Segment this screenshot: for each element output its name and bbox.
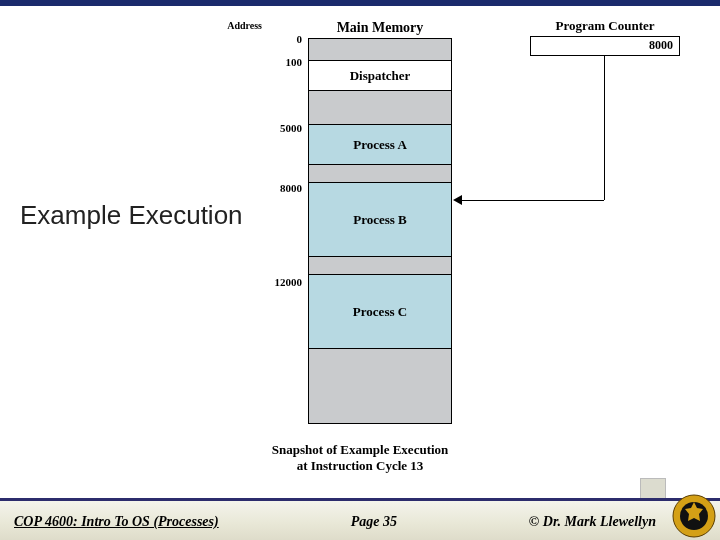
memory-segment-gap <box>309 39 451 61</box>
footer-author: © Dr. Mark Llewellyn <box>529 514 656 530</box>
memory-title: Main Memory <box>308 20 452 36</box>
memory-segment-process-c: Process C <box>309 275 451 349</box>
address-label: 100 <box>252 56 302 68</box>
address-label: 5000 <box>252 122 302 134</box>
footer-course: COP 4600: Intro To OS (Processes) <box>14 514 219 530</box>
diagram-caption: Snapshot of Example Execution at Instruc… <box>0 442 720 475</box>
address-label: 12000 <box>252 276 302 288</box>
memory-segment-label: Process C <box>353 304 407 320</box>
footer-page: Page 35 <box>219 514 529 530</box>
memory-segment-gap <box>309 165 451 183</box>
memory-segment-process-b: Process B <box>309 183 451 257</box>
memory-segment-dispatcher: Dispatcher <box>309 61 451 91</box>
memory-segment-gap <box>309 257 451 275</box>
address-label: 0 <box>252 33 302 45</box>
program-counter: Program Counter 8000 <box>530 18 680 56</box>
address-label: 8000 <box>252 182 302 194</box>
memory-diagram: Main Memory DispatcherProcess AProcess B… <box>308 20 452 424</box>
program-counter-value: 8000 <box>649 38 673 52</box>
memory-segment-label: Process A <box>353 137 407 153</box>
program-counter-value-box: 8000 <box>530 36 680 56</box>
address-column-header: Address <box>227 20 262 31</box>
slide-title: Example Execution <box>20 200 243 231</box>
program-counter-title: Program Counter <box>530 18 680 34</box>
memory-segment-gap <box>309 349 451 423</box>
pc-arrow-vertical <box>604 56 605 200</box>
pc-arrow-head-icon <box>453 195 462 205</box>
footer-content: COP 4600: Intro To OS (Processes) Page 3… <box>0 514 720 530</box>
memory-segment-label: Dispatcher <box>350 68 411 84</box>
caption-line-1: Snapshot of Example Execution <box>272 442 449 457</box>
memory-segment-process-a: Process A <box>309 125 451 165</box>
memory-segment-gap <box>309 91 451 125</box>
pc-arrow-horizontal <box>462 200 604 201</box>
memory-segment-label: Process B <box>353 212 407 228</box>
caption-line-2: at Instruction Cycle 13 <box>297 458 424 473</box>
slide-top-accent <box>0 0 720 6</box>
ucf-logo-icon <box>672 494 716 538</box>
memory-column: DispatcherProcess AProcess BProcess C <box>308 38 452 424</box>
footer-tab-decor <box>640 478 666 498</box>
